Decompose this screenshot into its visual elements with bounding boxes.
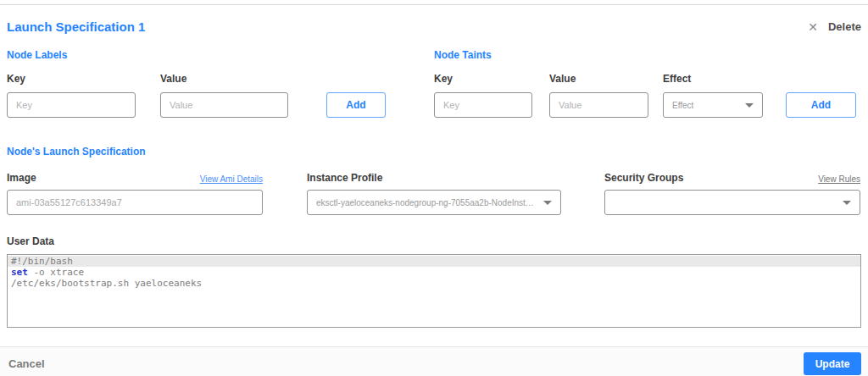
footer-bar: Cancel Update xyxy=(0,346,868,376)
instance-profile-select[interactable]: eksctl-yaeloceaneks-nodegroup-ng-7055aa2… xyxy=(307,190,561,215)
header: Launch Specification 1 ✕ Delete xyxy=(7,19,861,34)
node-taints-key-input[interactable] xyxy=(434,92,532,118)
view-rules-link[interactable]: View Rules xyxy=(818,174,860,184)
node-taints-value-input[interactable] xyxy=(549,92,648,118)
delete-label: Delete xyxy=(828,20,861,33)
node-labels-section: Node Labels Key Value Add xyxy=(7,49,386,118)
launch-spec-section: Node's Launch Specification Image View A… xyxy=(7,146,868,215)
top-divider xyxy=(0,4,868,5)
node-labels-heading: Node Labels xyxy=(7,49,386,61)
code-line: /etc/eks/bootstrap.sh yaeloceaneks xyxy=(8,278,860,289)
node-taints-effect-label: Effect xyxy=(663,73,763,85)
launch-spec-editor: Launch Specification 1 ✕ Delete Node Lab… xyxy=(0,4,868,376)
image-field: Image View Ami Details xyxy=(7,172,263,215)
node-labels-value-label: Value xyxy=(160,73,288,85)
close-icon: ✕ xyxy=(808,21,818,33)
node-taints-section: Node Taints Key Value Effect Effect xyxy=(434,49,856,118)
image-label: Image xyxy=(7,172,36,184)
code-line: set -o xtrace xyxy=(8,267,860,278)
code-keyword: set xyxy=(11,267,28,278)
chevron-down-icon xyxy=(745,103,754,108)
effect-placeholder: Effect xyxy=(672,101,693,110)
node-taints-effect-select[interactable]: Effect xyxy=(663,92,763,118)
chevron-down-icon xyxy=(543,201,552,205)
user-data-section: User Data #!/bin/bash set -o xtrace /etc… xyxy=(7,233,868,328)
launch-spec-heading: Node's Launch Specification xyxy=(7,146,868,158)
node-labels-key-input[interactable] xyxy=(7,92,136,118)
user-data-label: User Data xyxy=(7,235,54,247)
user-data-editor[interactable]: #!/bin/bash set -o xtrace /etc/eks/boots… xyxy=(7,254,861,328)
node-labels-key-label: Key xyxy=(7,73,136,85)
node-taints-add-button[interactable]: Add xyxy=(786,92,856,118)
security-groups-select[interactable] xyxy=(604,190,860,215)
node-labels-add-button[interactable]: Add xyxy=(326,92,386,118)
node-taints-key-label: Key xyxy=(434,73,532,85)
security-groups-field: Security Groups View Rules xyxy=(604,172,860,215)
security-groups-label: Security Groups xyxy=(604,172,683,184)
instance-profile-value: eksctl-yaeloceaneks-nodegroup-ng-7055aa2… xyxy=(316,198,537,207)
instance-profile-field: Instance Profile eksctl-yaeloceaneks-nod… xyxy=(307,172,561,215)
code-line: #!/bin/bash xyxy=(8,256,860,267)
cancel-button[interactable]: Cancel xyxy=(8,357,45,370)
update-button[interactable]: Update xyxy=(804,352,861,375)
view-ami-details-link[interactable]: View Ami Details xyxy=(200,174,263,184)
chevron-down-icon xyxy=(843,201,851,205)
image-input[interactable] xyxy=(7,190,263,215)
instance-profile-label: Instance Profile xyxy=(307,172,382,184)
node-taints-value-label: Value xyxy=(549,73,648,85)
delete-button[interactable]: ✕ Delete xyxy=(808,20,861,33)
node-taints-heading: Node Taints xyxy=(434,49,856,61)
code-text: -o xtrace xyxy=(28,267,84,278)
node-labels-value-input[interactable] xyxy=(160,92,288,118)
page-title: Launch Specification 1 xyxy=(7,19,145,34)
labels-taints-row: Node Labels Key Value Add Node Taints Ke… xyxy=(7,49,868,118)
